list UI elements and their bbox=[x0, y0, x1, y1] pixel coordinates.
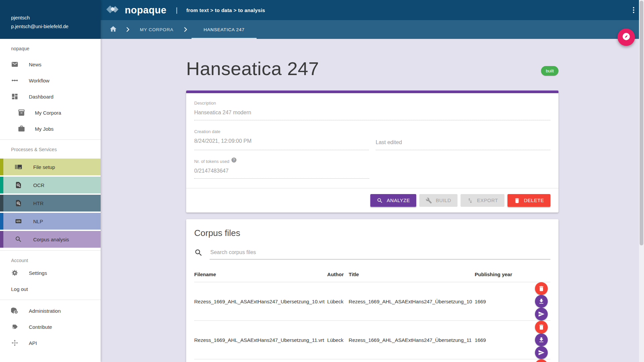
cell-title: Rezess_1669_AHL_ASAExtHans247_Übersetzun… bbox=[349, 359, 475, 362]
column-author: Author bbox=[327, 267, 349, 282]
description-label: Description bbox=[194, 101, 550, 106]
cell-filename: Rezess_1669_AHL_ASAExtHans247_Ubersetzun… bbox=[194, 321, 327, 359]
top-navbar: nopaque | from text > to data > to analy… bbox=[101, 0, 644, 20]
sidebar-user-header: pjentsch p.jentsch@uni-bielefeld.de bbox=[0, 0, 101, 39]
send-icon bbox=[538, 349, 545, 356]
trash-icon bbox=[538, 285, 545, 292]
corpus-files-card: Corpus files Filename Author Title Publi… bbox=[186, 219, 558, 362]
scrollbar-thumb[interactable] bbox=[640, 1, 643, 245]
export-button[interactable]: EXPORT bbox=[461, 194, 504, 207]
explore-fab-button[interactable] bbox=[618, 28, 635, 46]
cell-year: 1669 bbox=[475, 321, 523, 359]
cell-author: Lübeck bbox=[327, 321, 349, 359]
download-file-button[interactable] bbox=[535, 334, 548, 346]
sidebar-section-account: Account bbox=[0, 256, 101, 265]
delete-label: DELETE bbox=[524, 198, 544, 203]
cell-title: Rezess_1669_AHL_ASAExtHans247_Übersetzun… bbox=[349, 282, 475, 321]
table-row: Rezess_1669_AHL_ASAExtHans247_Ubersetzun… bbox=[194, 282, 550, 321]
corpus-files-table: Filename Author Title Publishing year Re… bbox=[194, 267, 550, 362]
sidebar-item-label: HTR bbox=[33, 200, 44, 206]
administration-icon bbox=[11, 307, 18, 314]
sidebar-item-label: Administration bbox=[29, 308, 61, 314]
more-vert-icon[interactable] bbox=[629, 6, 638, 14]
description-field: Description Hanseatica 247 modern bbox=[194, 101, 550, 120]
ocr-icon bbox=[15, 181, 22, 189]
sidebar-item-news[interactable]: News bbox=[0, 56, 101, 72]
sidebar: pjentsch p.jentsch@uni-bielefeld.de nopa… bbox=[0, 0, 101, 362]
sidebar-item-htr[interactable]: HTR bbox=[0, 195, 101, 212]
build-label: BUILD bbox=[436, 198, 451, 203]
send-file-button[interactable] bbox=[535, 308, 548, 320]
sidebar-item-label: API bbox=[29, 340, 37, 346]
brand-link[interactable]: nopaque bbox=[106, 4, 166, 16]
sidebar-item-workflow[interactable]: Workflow bbox=[0, 72, 101, 88]
cell-filename: Rezess_1669_AHL_ASAExtHans247_Ubersetzun… bbox=[194, 282, 327, 321]
table-row: Rezess_1669_AHL_ASAExtHans247_Ubersetzun… bbox=[194, 321, 550, 359]
gear-icon bbox=[11, 269, 18, 277]
corpus-files-search bbox=[194, 246, 550, 259]
breadcrumb-home[interactable] bbox=[105, 20, 122, 39]
cell-title: Rezess_1669_AHL_ASAExtHans247_Übersetzun… bbox=[349, 321, 475, 359]
sidebar-item-dashboard[interactable]: Dashboard bbox=[0, 88, 101, 105]
sidebar-item-logout[interactable]: Log out bbox=[0, 281, 101, 297]
sidebar-item-settings[interactable]: Settings bbox=[0, 265, 101, 281]
sidebar-section-nopaque: nopaque bbox=[0, 44, 101, 53]
breadcrumb-my-corpora[interactable]: MY CORPORA bbox=[134, 20, 179, 39]
sidebar-item-api[interactable]: API bbox=[0, 335, 101, 351]
last-edited-label: Last edited bbox=[376, 139, 550, 146]
scrollbar-track[interactable] bbox=[639, 0, 644, 362]
file-setup-icon bbox=[15, 163, 22, 171]
sidebar-item-administration[interactable]: Administration bbox=[0, 303, 101, 319]
tokens-value: 0/2147483647 bbox=[194, 168, 369, 174]
contribute-icon bbox=[11, 323, 18, 330]
chevron-right-icon bbox=[179, 20, 192, 39]
sidebar-item-label: My Jobs bbox=[35, 126, 54, 132]
search-icon bbox=[377, 197, 383, 204]
sidebar-item-ocr[interactable]: OCR bbox=[0, 177, 101, 193]
sidebar-item-contribute[interactable]: Contribute bbox=[0, 319, 101, 335]
download-file-button[interactable] bbox=[535, 295, 548, 308]
sidebar-item-label: OCR bbox=[33, 182, 44, 188]
delete-button[interactable]: DELETE bbox=[507, 194, 550, 207]
build-button[interactable]: BUILD bbox=[419, 194, 458, 207]
sidebar-item-label: NLP bbox=[33, 219, 43, 224]
sidebar-item-nlp[interactable]: NLP bbox=[0, 213, 101, 230]
status-badge: built bbox=[541, 66, 558, 76]
breadcrumb: MY CORPORA HANSEATICA 247 bbox=[101, 20, 644, 39]
corpus-files-title: Corpus files bbox=[194, 228, 550, 238]
send-file-button[interactable] bbox=[535, 346, 548, 359]
process-list: File setup OCR HTR NLP Corpus analysis bbox=[0, 159, 101, 248]
sidebar-section-processes: Processes & Services bbox=[0, 145, 101, 154]
navbar-tagline: from text > to data > to analysis bbox=[186, 7, 265, 13]
corpus-details-card: Description Hanseatica 247 modern Creati… bbox=[186, 90, 558, 213]
search-corpus-files-input[interactable] bbox=[210, 246, 550, 259]
trash-icon bbox=[514, 197, 520, 204]
tokens-field: Nr. of tokens used ? 0/2147483647 bbox=[194, 159, 369, 179]
creation-date-field: Creation date 8/24/2021, 12:09:00 PM bbox=[194, 129, 369, 150]
compass-icon bbox=[621, 32, 631, 43]
tokens-label: Nr. of tokens used bbox=[194, 159, 229, 164]
search-icon bbox=[194, 248, 203, 257]
sidebar-divider bbox=[0, 300, 101, 300]
creation-date-value: 8/24/2021, 12:09:00 PM bbox=[194, 138, 369, 144]
home-icon bbox=[109, 25, 117, 34]
breadcrumb-current-tab[interactable]: HANSEATICA 247 bbox=[192, 20, 257, 39]
sidebar-item-file-setup[interactable]: File setup bbox=[0, 159, 101, 175]
creation-date-label: Creation date bbox=[194, 129, 369, 134]
help-icon[interactable]: ? bbox=[231, 158, 236, 163]
send-icon bbox=[538, 311, 545, 317]
delete-file-button[interactable] bbox=[535, 321, 548, 334]
delete-file-button[interactable] bbox=[535, 282, 548, 295]
description-value: Hanseatica 247 modern bbox=[194, 110, 550, 116]
api-icon bbox=[11, 339, 18, 347]
download-icon bbox=[538, 337, 545, 343]
mail-icon bbox=[11, 61, 18, 68]
sidebar-divider bbox=[0, 139, 101, 140]
cell-year: 1669 bbox=[475, 359, 523, 362]
sidebar-item-my-jobs[interactable]: My Jobs bbox=[0, 121, 101, 137]
user-email: p.jentsch@uni-bielefeld.de bbox=[11, 24, 95, 29]
delete-file-button[interactable] bbox=[535, 359, 548, 362]
sidebar-item-corpus-analysis[interactable]: Corpus analysis bbox=[0, 231, 101, 248]
analyze-button[interactable]: ANALYZE bbox=[370, 194, 416, 207]
sidebar-item-my-corpora[interactable]: My Corpora bbox=[0, 105, 101, 121]
